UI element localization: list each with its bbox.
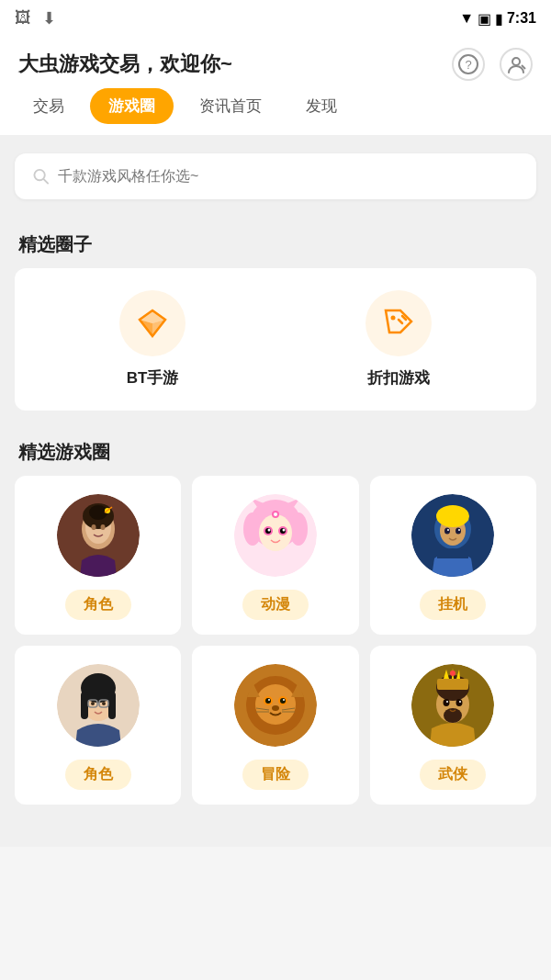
tab-news[interactable]: 资讯首页 [181, 88, 280, 124]
svg-point-58 [255, 684, 296, 725]
game-avatar-6 [411, 664, 494, 747]
svg-point-84 [444, 708, 462, 723]
game-tag-5: 冒险 [242, 760, 309, 790]
featured-circles-title: 精选圈子 [15, 218, 536, 268]
wifi-icon: ▼ [459, 10, 474, 27]
svg-point-67 [272, 705, 279, 711]
svg-line-12 [399, 320, 402, 323]
header: 大虫游戏交易，欢迎你~ ? [0, 37, 551, 88]
game-avatar-2 [234, 494, 317, 577]
tab-trade[interactable]: 交易 [15, 88, 83, 124]
circle-label-discount: 折扣游戏 [367, 367, 430, 389]
game-card-3[interactable]: 挂机 [370, 476, 536, 635]
svg-rect-49 [81, 692, 88, 719]
search-icon [33, 168, 49, 185]
circle-item-discount[interactable]: 折扣游戏 [276, 290, 522, 389]
svg-point-2 [512, 58, 520, 65]
battery-icon: ▮ [495, 10, 503, 28]
download-icon: ⬇ [42, 8, 56, 28]
status-time: 7:31 [507, 10, 536, 27]
svg-point-10 [391, 316, 396, 321]
game-grid: 角色 [15, 476, 536, 805]
circle-item-bt[interactable]: BT手游 [29, 290, 276, 389]
featured-game-circles-section: 精选游戏圈 [0, 425, 551, 819]
svg-rect-75 [437, 679, 468, 690]
svg-text:?: ? [465, 58, 471, 72]
svg-point-45 [458, 529, 460, 531]
signal-icon: ▣ [478, 10, 491, 28]
svg-point-54 [91, 702, 95, 705]
search-bar[interactable] [15, 153, 536, 199]
svg-point-81 [456, 699, 463, 706]
game-card-2[interactable]: 动漫 [192, 476, 358, 635]
game-tag-4: 角色 [65, 760, 131, 790]
svg-point-66 [283, 699, 285, 701]
game-card-5[interactable]: 冒险 [192, 646, 358, 805]
game-tag-3: 挂机 [420, 590, 486, 620]
header-title: 大虫游戏交易，欢迎你~ [18, 51, 232, 78]
svg-point-80 [444, 699, 450, 706]
svg-point-32 [282, 529, 285, 532]
featured-circles-section: 精选圈子 BT手游 [0, 218, 551, 425]
nav-tabs: 交易 游戏圈 资讯首页 发现 [0, 88, 551, 135]
svg-point-31 [267, 529, 270, 532]
svg-point-83 [459, 701, 461, 703]
gallery-icon: 🖼 [15, 8, 31, 28]
tab-discover[interactable]: 发现 [287, 88, 355, 124]
svg-point-26 [259, 514, 292, 551]
game-tag-6: 武侠 [420, 760, 486, 790]
circle-icon-wrapper-discount [365, 290, 432, 356]
game-avatar-3 [411, 494, 494, 577]
tag-icon [382, 307, 415, 340]
svg-point-18 [91, 524, 96, 530]
help-button[interactable]: ? [452, 48, 485, 81]
user-button[interactable] [500, 48, 533, 81]
svg-point-25 [289, 513, 308, 546]
game-tag-1: 角色 [65, 590, 131, 620]
svg-point-43 [455, 528, 461, 535]
svg-point-24 [243, 513, 262, 546]
featured-game-circles-title: 精选游戏圈 [15, 425, 536, 476]
status-bar: 🖼 ⬇ ▼ ▣ ▮ 7:31 [0, 0, 551, 37]
svg-point-44 [447, 529, 449, 531]
svg-point-36 [274, 513, 277, 516]
game-avatar-1 [57, 494, 140, 577]
search-input[interactable] [58, 168, 518, 185]
svg-point-82 [446, 701, 448, 703]
circle-label-bt: BT手游 [127, 367, 179, 389]
diamond-icon [136, 307, 169, 340]
svg-point-65 [268, 699, 270, 701]
svg-point-55 [102, 702, 106, 705]
game-avatar-4 [57, 664, 140, 747]
svg-point-64 [280, 698, 286, 704]
search-section [0, 135, 551, 218]
game-card-6[interactable]: 武侠 [370, 646, 536, 805]
game-tag-2: 动漫 [242, 590, 309, 620]
header-actions: ? [452, 48, 533, 81]
svg-rect-50 [108, 692, 116, 719]
svg-point-63 [265, 698, 271, 704]
game-card-1[interactable]: 角色 [15, 476, 181, 635]
circles-grid: BT手游 折扣游戏 [15, 268, 536, 411]
svg-point-42 [444, 528, 450, 535]
svg-point-19 [100, 524, 105, 530]
game-card-4[interactable]: 角色 [15, 646, 181, 805]
svg-point-79 [450, 670, 455, 676]
svg-line-5 [43, 179, 48, 184]
game-avatar-5 [234, 664, 317, 747]
tab-game-circle[interactable]: 游戏圈 [90, 88, 174, 124]
circle-icon-wrapper-bt [119, 290, 186, 356]
